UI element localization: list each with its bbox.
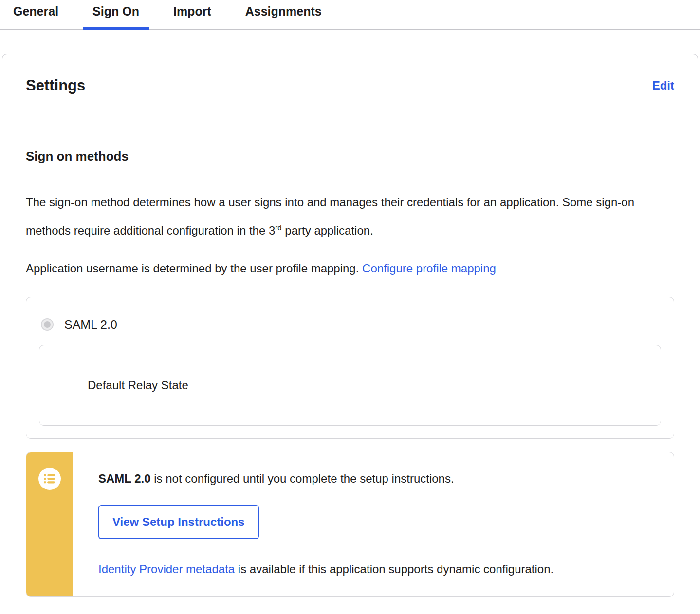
saml-radio-row: SAML 2.0 (39, 317, 661, 332)
tab-general[interactable]: General (3, 3, 68, 30)
banner-metadata-line: Identity Provider metadata is available … (98, 561, 654, 577)
ordinal-superscript: rd (275, 223, 281, 232)
default-relay-state-label: Default Relay State (88, 379, 188, 392)
edit-link[interactable]: Edit (652, 79, 674, 92)
description-text-end: party application. (282, 224, 373, 237)
tab-import[interactable]: Import (164, 3, 221, 30)
tab-bar: General Sign On Import Assignments (0, 0, 700, 30)
setup-warning-banner: SAML 2.0 is not configured until you com… (26, 452, 674, 597)
banner-warning-stripe (26, 452, 73, 596)
saml-method-box: SAML 2.0 Default Relay State (26, 297, 674, 439)
saml-radio[interactable] (41, 318, 54, 331)
banner-metadata-rest: is available if this application support… (235, 562, 553, 576)
settings-card: Settings Edit Sign on methods The sign-o… (2, 54, 698, 614)
card-header: Settings Edit (26, 76, 674, 95)
saml-radio-label: SAML 2.0 (64, 317, 117, 332)
sign-on-methods-heading: Sign on methods (26, 148, 674, 164)
banner-body: SAML 2.0 is not configured until you com… (73, 452, 674, 596)
tab-assignments[interactable]: Assignments (236, 3, 332, 30)
page-title: Settings (26, 76, 85, 95)
list-icon (38, 468, 61, 490)
sign-on-description: The sign-on method determines how a user… (26, 190, 674, 243)
relay-state-panel: Default Relay State (39, 345, 661, 426)
banner-message-bold: SAML 2.0 (98, 472, 151, 485)
view-setup-instructions-button[interactable]: View Setup Instructions (98, 505, 259, 539)
configure-profile-mapping-link[interactable]: Configure profile mapping (362, 262, 496, 275)
tab-sign-on[interactable]: Sign On (83, 3, 149, 30)
username-text: Application username is determined by th… (26, 262, 362, 275)
banner-message-rest: is not configured until you complete the… (151, 472, 454, 485)
identity-provider-metadata-link[interactable]: Identity Provider metadata (98, 562, 235, 576)
banner-message: SAML 2.0 is not configured until you com… (98, 471, 654, 487)
username-description: Application username is determined by th… (26, 256, 674, 281)
